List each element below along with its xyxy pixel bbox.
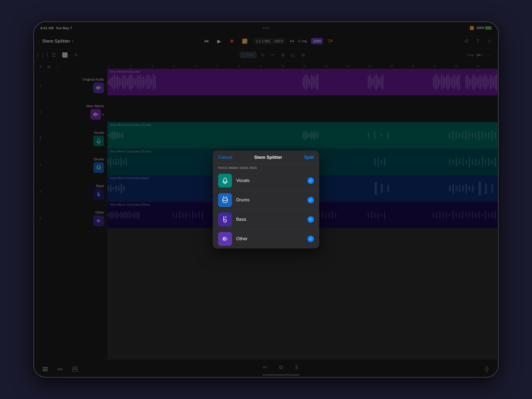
- stem-item-vocals[interactable]: Vocals ✓: [213, 171, 319, 190]
- stem-splitter-modal: Cancel Stem Splitter Split VOICE MEMO SO…: [213, 151, 319, 248]
- modal-overlay: Cancel Stem Splitter Split VOICE MEMO SO…: [34, 22, 498, 377]
- ipad-frame: 9:41 AM Tue May 7 📶 100% ‹ St: [33, 21, 499, 378]
- svg-point-280: [223, 198, 227, 201]
- svg-line-281: [223, 197, 224, 197]
- stem-icon-drums: [218, 193, 232, 207]
- stem-check-vocals[interactable]: ✓: [307, 177, 314, 184]
- svg-point-284: [226, 217, 227, 218]
- svg-line-282: [226, 197, 227, 197]
- stem-item-other[interactable]: Other ✓: [213, 229, 319, 248]
- modal-split-button[interactable]: Split: [304, 155, 314, 160]
- stem-item-bass[interactable]: Bass ✓: [213, 210, 319, 229]
- stem-icon-other: [218, 232, 232, 246]
- modal-subtitle: VOICE MEMO SONG IDEA: [213, 164, 319, 171]
- stem-icon-bass: [218, 213, 232, 226]
- stem-name-bass: Bass: [236, 217, 303, 222]
- stem-name-drums: Drums: [236, 197, 303, 203]
- stem-check-bass[interactable]: ✓: [307, 216, 314, 223]
- stem-name-vocals: Vocals: [236, 178, 303, 183]
- stem-item-drums[interactable]: Drums ✓: [213, 190, 319, 210]
- modal-header: Cancel Stem Splitter Split: [213, 151, 319, 164]
- stem-name-other: Other: [236, 236, 303, 242]
- stem-icon-vocals: [218, 174, 232, 188]
- stem-check-other[interactable]: ✓: [307, 236, 314, 242]
- modal-title: Stem Splitter: [254, 155, 282, 160]
- modal-cancel-button[interactable]: Cancel: [218, 155, 232, 160]
- stem-check-drums[interactable]: ✓: [307, 197, 314, 203]
